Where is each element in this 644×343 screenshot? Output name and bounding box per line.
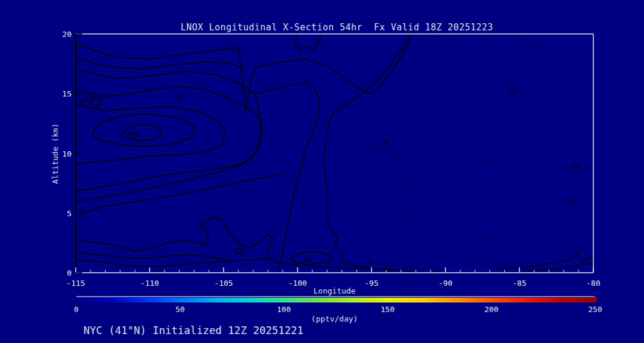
colorbar-tick-labels: 050100150200250 [74, 305, 602, 314]
contour-line-solid [76, 252, 231, 260]
contour-value-label: 10 [299, 77, 311, 88]
colorbar-tick-label: 250 [588, 305, 602, 314]
contour-line-solid [76, 58, 242, 69]
contour-line-solid [122, 124, 163, 141]
contour-value-label: 0 [299, 45, 304, 53]
contour-line-solid [76, 174, 283, 214]
contour-line-solid [76, 95, 261, 201]
y-tick-label: 15 [62, 89, 72, 98]
x-tick-label: -85 [512, 279, 526, 288]
contour-value-label: -10 [376, 138, 391, 151]
contour-line-solid [76, 258, 419, 273]
contour-line-dotted [512, 34, 593, 60]
y-tick-label: 5 [67, 209, 72, 218]
x-tick-label: -105 [214, 279, 233, 288]
x-tick-label: -100 [288, 279, 306, 288]
x-tick-label: -110 [140, 279, 159, 288]
lnox-cross-section-chart: LNOX Longitudinal X-Section 54hr Fx Vali… [0, 0, 644, 343]
colorbar-gradient [76, 298, 595, 303]
contour-value-label: 0 [334, 106, 340, 115]
contour-line-solid [76, 86, 262, 192]
colorbar-tick-label: 100 [277, 305, 290, 314]
x-tick-label: -80 [586, 279, 600, 288]
solid-contour-group [76, 34, 593, 273]
contour-value-label: 10 [571, 251, 581, 260]
contour-line-solid [234, 248, 244, 254]
y-axis-ticks [76, 34, 82, 273]
contour-line-dotted [391, 204, 593, 251]
x-tick-label: -90 [438, 279, 452, 288]
colorbar-top-edge [76, 297, 595, 297]
y-axis-title: Altitude (km) [51, 123, 60, 184]
dotted-contour-group [362, 34, 593, 273]
colorbar-tick-label: 150 [380, 305, 394, 314]
y-tick-label: 20 [62, 30, 72, 39]
contour-line-solid [93, 114, 194, 146]
page-background: { "texts": { "title": "LNOX Longitudinal… [0, 0, 644, 343]
contour-value-label: -30 [568, 163, 580, 172]
contour-value-label: 0 [581, 258, 587, 267]
contour-line-solid [76, 104, 226, 164]
plot-title: LNOX Longitudinal X-Section 54hr Fx Vali… [181, 22, 493, 33]
y-tick-label: 0 [67, 269, 72, 277]
colorbar-tick-label: 0 [74, 305, 79, 314]
y-axis-tick-labels: 05101520 [62, 30, 72, 277]
contour-value-label: 30 [85, 96, 96, 107]
colorbar-tick-label: 200 [484, 305, 498, 314]
colorbar: 050100150200250 [74, 297, 602, 314]
contour-line-solid [76, 217, 274, 260]
footer-init-label: NYC (41°N) Initialized 12Z 20251221 [83, 325, 304, 336]
x-tick-label: -95 [364, 279, 378, 288]
colorbar-tick-label: 50 [175, 305, 185, 314]
contour-value-label: 0 [369, 258, 373, 266]
contour-value-label: 10 [304, 256, 312, 264]
contour-value-label: 0 [271, 256, 275, 264]
y-tick-label: 10 [62, 149, 72, 158]
colorbar-end-cap [593, 297, 597, 303]
contour-line-dotted [386, 179, 593, 205]
plot-frame [76, 34, 593, 273]
contour-value-label: -20 [563, 198, 575, 207]
colorbar-units-label: (pptv/day) [311, 314, 358, 323]
x-tick-label: -115 [66, 279, 85, 288]
contour-value-label: -20 [505, 87, 518, 96]
contour-line-dotted [430, 34, 593, 138]
x-axis-title: Longitude [314, 286, 356, 295]
contour-line-solid [76, 34, 412, 111]
contour-value-label: 20 [76, 207, 88, 218]
contour-value-label: 20 [175, 92, 186, 102]
contour-line-dotted [478, 34, 593, 82]
contour-line-solid [324, 34, 411, 273]
contour-line-dotted [401, 134, 593, 169]
